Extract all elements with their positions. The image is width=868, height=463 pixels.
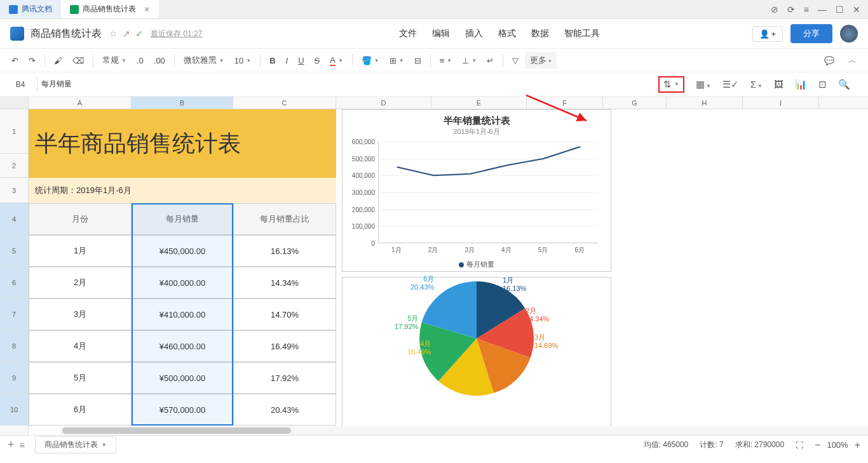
window-close-icon[interactable]: ✕: [853, 4, 860, 15]
scrollbar-thumb[interactable]: [62, 427, 291, 434]
redo-button[interactable]: ↷: [25, 53, 39, 68]
freeze-button[interactable]: ⊡: [818, 79, 827, 90]
zoom-level[interactable]: 100%: [827, 440, 848, 450]
share-button[interactable]: 分享: [790, 24, 832, 43]
add-user-button[interactable]: 👤+: [752, 26, 783, 42]
menu-data[interactable]: 数据: [531, 28, 549, 39]
menu-file[interactable]: 文件: [399, 28, 417, 39]
strikethrough-button[interactable]: S: [311, 53, 324, 68]
save-status[interactable]: 最近保存 01:27: [151, 29, 202, 39]
col-header-g[interactable]: G: [603, 97, 667, 109]
cell-c5[interactable]: 16.13%: [233, 235, 336, 267]
cell-a10[interactable]: 6月: [29, 394, 132, 426]
col-header-c[interactable]: C: [233, 97, 336, 109]
horizontal-align-button[interactable]: ≡▼: [436, 53, 456, 68]
header-month[interactable]: 月份: [29, 203, 132, 235]
export-icon[interactable]: ↗: [123, 29, 130, 39]
period-cell[interactable]: 统计周期：2019年1月-6月: [29, 178, 336, 203]
font-color-button[interactable]: A▼: [326, 53, 347, 69]
row-header-10[interactable]: 10: [0, 394, 28, 426]
col-header-f[interactable]: F: [527, 97, 603, 109]
formula-bar-content[interactable]: 每月销量: [41, 79, 72, 90]
sort-button[interactable]: ⇅▼: [658, 76, 684, 93]
cell-c7[interactable]: 14.70%: [233, 299, 336, 330]
clear-format-button[interactable]: ⌫: [69, 53, 88, 68]
comment-button[interactable]: 💬: [820, 52, 838, 69]
sheet-menu-button[interactable]: ≡: [20, 440, 25, 450]
close-icon[interactable]: ✕: [144, 5, 150, 14]
cell-a6[interactable]: 2月: [29, 267, 132, 299]
function-button[interactable]: Σ▼: [750, 79, 763, 90]
cell-c6[interactable]: 14.34%: [233, 267, 336, 299]
collapse-toolbar-button[interactable]: ︿: [844, 52, 860, 69]
horizontal-scrollbar[interactable]: [60, 426, 868, 435]
cell-b6[interactable]: ¥400,000.00: [132, 267, 233, 299]
col-header-d[interactable]: D: [336, 97, 431, 109]
star-icon[interactable]: ☆: [109, 29, 118, 39]
row-header-7[interactable]: 7: [0, 299, 28, 330]
row-header-2[interactable]: 2: [0, 154, 28, 178]
text-wrap-button[interactable]: ↵: [483, 53, 498, 68]
menu-edit[interactable]: 编辑: [432, 28, 450, 39]
more-button[interactable]: 更多▸: [525, 52, 557, 69]
col-header-e[interactable]: E: [431, 97, 527, 109]
cells-area[interactable]: 半年商品销售统计表 统计周期：2019年1月-6月 月份 每月销量 每月销量占比…: [29, 109, 868, 435]
line-chart[interactable]: 半年销量统计表 2019年1月-6月 0100,000200,000300,00…: [342, 109, 611, 272]
window-maximize-icon[interactable]: ☐: [836, 4, 844, 15]
cell-a9[interactable]: 5月: [29, 362, 132, 394]
refresh-icon[interactable]: ⟳: [787, 4, 795, 15]
header-sales[interactable]: 每月销量: [132, 203, 233, 235]
cell-c8[interactable]: 16.49%: [233, 330, 336, 362]
vertical-align-button[interactable]: ⊥▼: [458, 53, 480, 68]
decrease-decimal-button[interactable]: .0: [133, 53, 147, 68]
row-header-3[interactable]: 3: [0, 178, 28, 203]
row-header-8[interactable]: 8: [0, 330, 28, 362]
undo-button[interactable]: ↶: [8, 53, 22, 68]
row-header-5[interactable]: 5: [0, 235, 28, 267]
font-family-dropdown[interactable]: 微软雅黑▼: [180, 52, 228, 69]
window-minimize-icon[interactable]: —: [818, 4, 827, 15]
col-header-i[interactable]: I: [743, 97, 819, 109]
format-painter-button[interactable]: 🖌: [50, 53, 66, 68]
conditional-format-button[interactable]: ▦▼: [696, 79, 711, 90]
hamburger-icon[interactable]: ≡: [804, 4, 809, 15]
menu-tools[interactable]: 智能工具: [564, 28, 600, 39]
menu-insert[interactable]: 插入: [465, 28, 483, 39]
row-header-1[interactable]: 1: [0, 109, 28, 154]
row-header-6[interactable]: 6: [0, 267, 28, 299]
sheet-tab[interactable]: 商品销售统计表▼: [35, 436, 116, 453]
cell-b8[interactable]: ¥460,000.00: [132, 330, 233, 362]
zoom-out-button[interactable]: −: [815, 440, 820, 451]
insert-chart-button[interactable]: 📊: [795, 79, 807, 90]
cell-a7[interactable]: 3月: [29, 299, 132, 330]
underline-button[interactable]: U: [294, 53, 308, 68]
app-tab-document[interactable]: 商品销售统计表 ✕: [61, 0, 159, 18]
pie-chart[interactable]: 1月16.13%2月14.34%3月14.69%4月16.49%5月17.92%…: [342, 277, 611, 435]
cell-b10[interactable]: ¥570,000.00: [132, 394, 233, 426]
app-tab-tencent[interactable]: 腾讯文档: [0, 0, 61, 18]
col-header-a[interactable]: A: [29, 97, 132, 109]
fullscreen-icon[interactable]: ⛶: [796, 441, 803, 450]
col-header-h[interactable]: H: [667, 97, 743, 109]
col-header-b[interactable]: B: [132, 97, 233, 109]
fill-color-button[interactable]: 🪣▼: [358, 53, 383, 68]
number-format-dropdown[interactable]: 常规▼: [98, 52, 130, 69]
data-validation-button[interactable]: ☰✓: [722, 79, 739, 90]
no-entry-icon[interactable]: ⊘: [771, 4, 778, 15]
cell-b9[interactable]: ¥500,000.00: [132, 362, 233, 394]
row-header-4[interactable]: 4: [0, 203, 28, 235]
cell-c10[interactable]: 20.43%: [233, 394, 336, 426]
merge-cells-button[interactable]: ⊟: [410, 53, 425, 68]
header-percent[interactable]: 每月销量占比: [233, 203, 336, 235]
filter-button[interactable]: ▽: [508, 53, 522, 68]
find-button[interactable]: 🔍: [838, 79, 850, 90]
row-header-9[interactable]: 9: [0, 362, 28, 394]
cell-b5[interactable]: ¥450,000.00: [132, 235, 233, 267]
cell-a8[interactable]: 4月: [29, 330, 132, 362]
select-all-corner[interactable]: [0, 97, 29, 109]
menu-format[interactable]: 格式: [498, 28, 516, 39]
cell-a5[interactable]: 1月: [29, 235, 132, 267]
increase-decimal-button[interactable]: .00: [150, 53, 169, 68]
sheet-title-cell[interactable]: 半年商品销售统计表: [29, 109, 336, 178]
cell-c9[interactable]: 17.92%: [233, 362, 336, 394]
